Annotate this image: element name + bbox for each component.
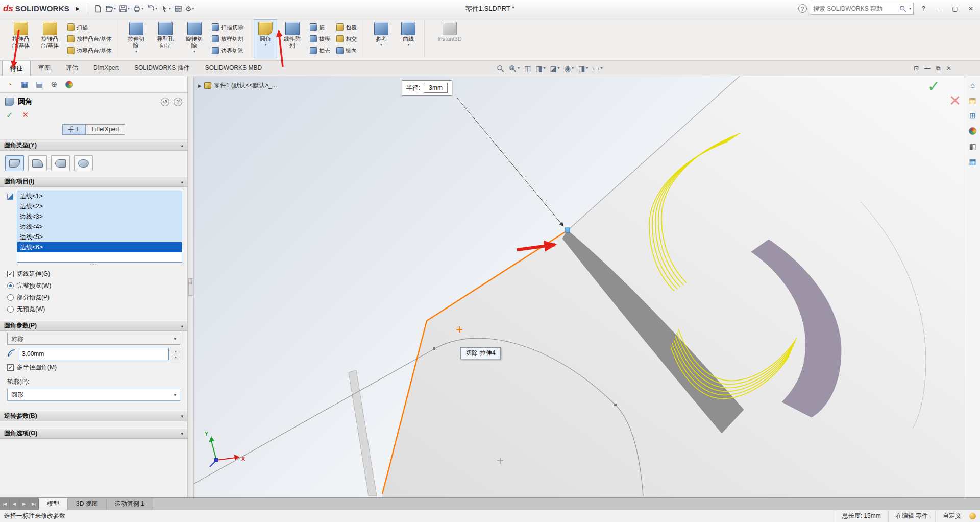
chevron-down-icon[interactable]: ▾ — [909, 6, 911, 11]
list-item-selected[interactable]: 边线<6> — [17, 242, 182, 252]
checkbox-checked[interactable]: ✓ — [7, 271, 14, 277]
hole-wizard-button[interactable]: 异型孔 向导 — [151, 19, 179, 58]
full-round-fillet-button[interactable] — [74, 155, 93, 171]
boundary-cut-button[interactable]: 边界切除 — [211, 45, 244, 56]
property-manager-tab[interactable]: ▦ — [18, 78, 31, 91]
feature-manager-tab[interactable]: ◔ — [3, 78, 16, 91]
options-gear-button[interactable]: ⚙ ▾ — [184, 2, 196, 15]
confirmation-corner-cancel[interactable]: ✕ — [949, 92, 961, 109]
list-item[interactable]: 边线<1> — [17, 191, 182, 201]
curves-button[interactable]: 曲线 ▾ — [396, 19, 421, 58]
tab-motion-study[interactable]: 运动算例 1 — [107, 498, 153, 510]
home-icon[interactable]: ⌂ — [970, 81, 975, 89]
new-document-button[interactable] — [92, 2, 104, 15]
dimxpert-manager-tab[interactable]: ⊕ — [47, 78, 61, 91]
manual-mode-button[interactable]: 手工 — [62, 124, 86, 135]
tab-mbd[interactable]: SOLIDWORKS MBD — [198, 61, 270, 76]
listbox-resize-grip[interactable]: ··· — [0, 263, 187, 268]
custom-properties-icon[interactable]: ▦ — [969, 158, 976, 165]
search-box[interactable]: ▾ — [811, 3, 914, 15]
help-button[interactable]: ? — [917, 5, 929, 12]
extruded-boss-button[interactable]: 拉伸凸 台/基体 — [7, 19, 35, 58]
tab-features[interactable]: 特征 — [2, 61, 31, 76]
fillet-button[interactable]: 圆角 ▾ — [254, 19, 277, 58]
mirror-button[interactable]: 镜向 — [335, 45, 358, 56]
full-preview-row[interactable]: 完整预览(W) — [0, 280, 187, 292]
apply-scene-button[interactable]: ▭▾ — [593, 65, 602, 72]
dimension-value-box[interactable]: 3mm — [424, 83, 448, 93]
shell-button[interactable]: 抽壳 — [309, 45, 331, 56]
display-manager-tab[interactable] — [62, 78, 76, 91]
boundary-boss-button[interactable]: 边界凸台/基体 — [66, 45, 113, 56]
previous-view-button[interactable]: ◫ — [524, 65, 531, 72]
rebuild-button[interactable] — [173, 2, 184, 15]
file-explorer-icon[interactable]: ⊞ — [969, 112, 976, 120]
select-pointer-button[interactable]: ▾ — [159, 2, 173, 15]
confirmation-corner-ok[interactable]: ✓ — [927, 77, 940, 95]
radio[interactable] — [7, 306, 14, 313]
radio-selected[interactable] — [7, 282, 14, 289]
print-button[interactable]: ▾ — [131, 2, 145, 15]
list-item[interactable]: 边线<3> — [17, 211, 182, 222]
appearances-icon[interactable] — [969, 127, 976, 135]
splitter-grip[interactable]: ⁞⁞ — [188, 278, 193, 296]
constant-size-fillet-button[interactable] — [5, 155, 24, 171]
status-custom[interactable]: 自定义 — [935, 510, 968, 522]
spinner-up-icon[interactable]: ▴ — [172, 348, 180, 354]
breadcrumb-text[interactable]: 零件1 (默认<<默认>_... — [214, 81, 277, 90]
radius-dimension-callout[interactable]: 半径: 3mm — [402, 80, 452, 96]
list-item[interactable]: 边线<5> — [17, 232, 182, 242]
breadcrumb[interactable]: ▶ 零件1 (默认<<默认>_... — [198, 81, 277, 90]
wrap-button[interactable]: 包覆 — [335, 22, 358, 32]
doc-restore-button[interactable]: ⧉ — [936, 65, 941, 72]
intersect-button[interactable]: 相交 — [335, 34, 358, 44]
list-item[interactable]: 边线<4> — [17, 222, 182, 232]
swept-boss-button[interactable]: 扫描 — [66, 22, 113, 32]
menu-flyout-icon[interactable]: ▶ — [76, 6, 80, 11]
section-fillet-type[interactable]: 圆角类型(Y) ▴ — [0, 140, 187, 151]
draft-button[interactable]: 拔模 — [309, 34, 331, 44]
last-tab-button[interactable]: ▶| — [29, 498, 39, 510]
section-view-button[interactable]: ◨▾ — [535, 65, 545, 72]
open-document-button[interactable]: ▾ — [104, 2, 117, 15]
status-editing-part[interactable]: 在编辑 零件 — [888, 510, 935, 522]
panel-splitter[interactable]: ⁞⁞ — [188, 76, 194, 497]
reference-geometry-button[interactable]: 参考 ▾ — [367, 19, 395, 58]
checkbox-checked[interactable]: ✓ — [7, 364, 14, 371]
tab-addins[interactable]: SOLIDWORKS 插件 — [127, 61, 198, 76]
tangent-propagation-row[interactable]: ✓ 切线延伸(G) — [0, 268, 187, 280]
filletxpert-mode-button[interactable]: FilletXpert — [86, 124, 125, 135]
rib-button[interactable]: 筋 — [309, 22, 331, 32]
swept-cut-button[interactable]: 扫描切除 — [211, 22, 244, 32]
revolved-boss-button[interactable]: 旋转凸 台/基体 — [36, 19, 64, 58]
close-button[interactable]: ✕ — [965, 5, 977, 12]
feedback-icon[interactable]: ↺ — [161, 98, 169, 106]
display-style-button[interactable]: ◉▾ — [565, 65, 574, 72]
section-fillet-parameters[interactable]: 圆角参数(P) ▴ — [0, 320, 187, 331]
lofted-cut-button[interactable]: 放样切割 — [211, 34, 244, 44]
save-button[interactable]: ▾ — [117, 2, 131, 15]
doc-close-button[interactable]: ✕ — [946, 65, 951, 72]
model-body-face[interactable] — [382, 76, 965, 497]
tab-evaluate[interactable]: 评估 — [58, 61, 86, 76]
revolved-cut-button[interactable]: 旋转切 除 ▾ — [180, 19, 208, 58]
zoom-area-button[interactable]: ▾ — [509, 65, 520, 73]
minimize-button[interactable]: — — [933, 5, 945, 12]
render-sphere-icon[interactable] — [969, 513, 976, 519]
radius-spinner[interactable]: ▴▾ — [172, 348, 180, 360]
radio[interactable] — [7, 294, 14, 301]
selected-vertex[interactable] — [565, 228, 570, 232]
design-library-icon[interactable]: ▤ — [969, 97, 976, 104]
tab-dimxpert[interactable]: DimXpert — [86, 61, 127, 76]
ok-button[interactable]: ✓ — [6, 110, 13, 120]
tab-sketch[interactable]: 草图 — [31, 61, 58, 76]
section-items-to-fillet[interactable]: 圆角项目(I) ▴ — [0, 176, 187, 187]
face-fillet-button[interactable] — [51, 155, 70, 171]
next-tab-button[interactable]: ▶ — [19, 498, 29, 510]
first-tab-button[interactable]: |◀ — [0, 498, 10, 510]
extruded-cut-button[interactable]: 拉伸切 除 ▾ — [122, 19, 150, 58]
radius-input[interactable] — [19, 348, 169, 360]
linear-pattern-button[interactable]: 线性阵 列 — [278, 19, 306, 58]
help-circle-icon[interactable]: ? — [798, 4, 807, 13]
cancel-button[interactable]: ✕ — [22, 110, 29, 120]
